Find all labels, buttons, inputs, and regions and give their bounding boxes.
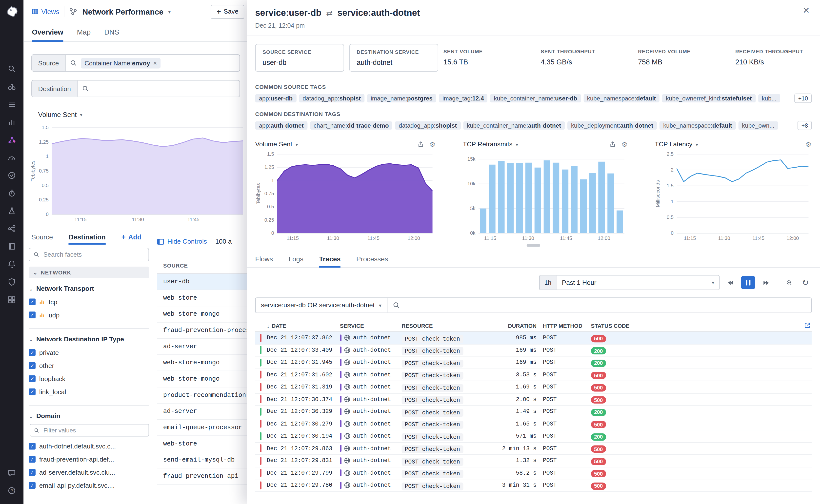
trace-row[interactable]: Dec 21 12:07:30.279 auth-dotnet POST che… xyxy=(255,418,812,430)
destination-filter[interactable]: Destination xyxy=(31,80,240,97)
tab-destination[interactable]: Destination xyxy=(69,229,106,245)
trace-row[interactable]: Dec 21 12:07:29.831 auth-dotnet POST che… xyxy=(255,455,812,467)
trace-row[interactable]: Dec 21 12:07:29.799 auth-dotnet POST che… xyxy=(255,467,812,479)
tag-pill[interactable]: kube_namespace:default xyxy=(584,94,660,102)
tab-dns[interactable]: DNS xyxy=(104,23,119,41)
watchdog-icon[interactable] xyxy=(6,170,17,180)
chat-icon[interactable] xyxy=(6,467,17,478)
trace-search-bar[interactable]: service:user-db OR service:auth-dotnet ▾ xyxy=(255,297,812,313)
add-button[interactable]: +Add xyxy=(121,229,141,245)
chart-title[interactable]: TCP Retransmits xyxy=(463,141,512,148)
tag-pill[interactable]: kube_ownerref_kind:statefulset xyxy=(662,94,756,102)
chevron-down-icon[interactable]: ▾ xyxy=(168,9,171,14)
checkbox[interactable]: ✓ xyxy=(29,311,36,318)
trace-row[interactable]: Dec 21 12:07:31.945 auth-dotnet POST che… xyxy=(255,356,812,369)
facet-checkbox-item[interactable]: ✓ udp xyxy=(29,309,149,322)
facet-checkbox-item[interactable]: ✓ fraud-prevention-api.def... xyxy=(29,453,149,466)
checkbox[interactable]: ✓ xyxy=(29,298,36,305)
tag-pill[interactable]: kube_namespace:default xyxy=(660,121,736,130)
column-duration[interactable]: DURATION xyxy=(495,322,543,329)
checkbox[interactable]: ✓ xyxy=(29,469,36,476)
facet-checkbox-item[interactable]: ✓ link_local xyxy=(29,385,149,398)
gear-icon[interactable]: ⚙ xyxy=(430,141,436,148)
trace-row[interactable]: Dec 21 12:07:31.319 auth-dotnet POST che… xyxy=(255,381,812,393)
trace-row[interactable]: Dec 21 12:07:29.780 auth-dotnet POST che… xyxy=(255,479,812,492)
profiling-icon[interactable] xyxy=(6,205,17,216)
trace-row[interactable]: Dec 21 12:07:29.863 auth-dotnet POST che… xyxy=(255,443,812,455)
pause-button[interactable] xyxy=(741,276,755,289)
forward-button[interactable] xyxy=(759,276,773,289)
facet-group-header[interactable]: ⌄ Network Transport xyxy=(29,285,149,292)
chart-title[interactable]: TCP Latency xyxy=(655,141,693,148)
tab-overview[interactable]: Overview xyxy=(32,23,63,41)
notebooks-icon[interactable] xyxy=(6,241,17,251)
export-icon[interactable] xyxy=(609,141,616,148)
facet-section-network[interactable]: ⌄ NETWORK xyxy=(29,267,149,278)
refresh-icon[interactable]: ↻ xyxy=(799,276,812,289)
metrics-icon[interactable] xyxy=(6,116,17,127)
tab-processes[interactable]: Processes xyxy=(356,251,388,267)
dashboards-icon[interactable] xyxy=(6,294,17,305)
gear-icon[interactable]: ⚙ xyxy=(622,141,628,148)
facet-checkbox-item[interactable]: ✓ private xyxy=(29,346,149,359)
volume-sent-header[interactable]: Volume Sent ▾ xyxy=(38,111,83,119)
facet-checkbox-item[interactable]: ✓ tcp xyxy=(29,295,149,309)
checkbox[interactable]: ✓ xyxy=(29,456,36,463)
trace-row[interactable]: Dec 21 12:07:37.862 auth-dotnet POST che… xyxy=(255,332,812,344)
facet-group-header[interactable]: ⌄ Domain xyxy=(29,412,149,420)
close-icon[interactable]: × xyxy=(153,59,157,67)
open-in-new-icon[interactable] xyxy=(804,322,812,329)
hide-controls-button[interactable]: Hide Controls xyxy=(157,238,207,245)
column-status-code[interactable]: STATUS CODE xyxy=(591,322,643,329)
trace-row[interactable]: Dec 21 12:07:30.374 auth-dotnet POST che… xyxy=(255,393,812,406)
tag-pill[interactable]: kube_container_name:auth-dotnet xyxy=(463,121,565,130)
tab-flows[interactable]: Flows xyxy=(255,251,273,267)
time-range-selector[interactable]: 1h Past 1 Hour ▾ xyxy=(539,275,720,290)
views-button[interactable]: Views xyxy=(31,8,59,16)
alerts-icon[interactable] xyxy=(6,259,17,269)
security-icon[interactable] xyxy=(6,276,17,287)
host-list-icon[interactable] xyxy=(6,99,17,109)
facet-checkbox-item[interactable]: ✓ ad-server.default.svc.clu... xyxy=(29,466,149,479)
sort-desc-icon[interactable]: ↓ xyxy=(267,322,270,329)
tag-pill[interactable]: kube_own... xyxy=(738,121,778,130)
facet-checkbox-item[interactable]: ✓ email-api-py.default.svc.... xyxy=(29,479,149,492)
filter-tag[interactable]: Container Name:envoy× xyxy=(81,58,160,68)
tab-logs[interactable]: Logs xyxy=(289,251,303,267)
checkbox[interactable]: ✓ xyxy=(29,375,36,382)
gear-icon[interactable]: ⚙ xyxy=(805,141,812,148)
tag-pill[interactable]: image_name:postgres xyxy=(367,94,436,102)
checkbox[interactable]: ✓ xyxy=(29,482,36,489)
facet-search-input[interactable] xyxy=(42,251,144,259)
save-button[interactable]: +Save xyxy=(211,4,244,19)
tag-pill[interactable]: kube_deployment:auth-dotnet xyxy=(568,121,657,130)
column-http-method[interactable]: HTTP METHOD xyxy=(543,322,591,329)
tag-pill[interactable]: app:user-db xyxy=(255,94,296,102)
trace-row[interactable]: Dec 21 12:07:33.409 auth-dotnet POST che… xyxy=(255,344,812,357)
facet-search[interactable] xyxy=(29,248,149,261)
more-source-tags-button[interactable]: +10 xyxy=(795,94,812,103)
tag-pill[interactable]: datadog_app:shopist xyxy=(299,94,364,102)
network-icon[interactable] xyxy=(6,134,17,145)
checkbox[interactable]: ✓ xyxy=(29,349,36,356)
more-destination-tags-button[interactable]: +8 xyxy=(798,121,812,130)
query-scope-dropdown[interactable]: service:user-db OR service:auth-dotnet ▾ xyxy=(256,298,387,312)
trace-row[interactable]: Dec 21 12:07:31.602 auth-dotnet POST che… xyxy=(255,369,812,381)
trace-row[interactable]: Dec 21 12:07:30.194 auth-dotnet POST che… xyxy=(255,430,812,443)
column-service[interactable]: SERVICE xyxy=(340,322,402,329)
checkbox[interactable]: ✓ xyxy=(29,443,36,450)
integrations-icon[interactable] xyxy=(6,223,17,233)
column-date[interactable]: ↓DATE xyxy=(267,322,340,329)
zoom-out-icon[interactable] xyxy=(783,276,796,289)
close-icon[interactable]: × xyxy=(800,4,813,17)
infrastructure-icon[interactable] xyxy=(6,81,17,91)
datadog-logo[interactable] xyxy=(5,5,19,18)
checkbox[interactable]: ✓ xyxy=(29,362,36,369)
apm-icon[interactable] xyxy=(6,188,17,198)
tag-pill[interactable]: kub... xyxy=(758,94,780,102)
tag-pill[interactable]: chart_name:dd-trace-demo xyxy=(310,121,392,130)
rewind-button[interactable] xyxy=(723,276,737,289)
scrollbar-handle[interactable] xyxy=(527,244,540,247)
tab-traces[interactable]: Traces xyxy=(319,251,340,267)
export-icon[interactable] xyxy=(418,141,425,148)
